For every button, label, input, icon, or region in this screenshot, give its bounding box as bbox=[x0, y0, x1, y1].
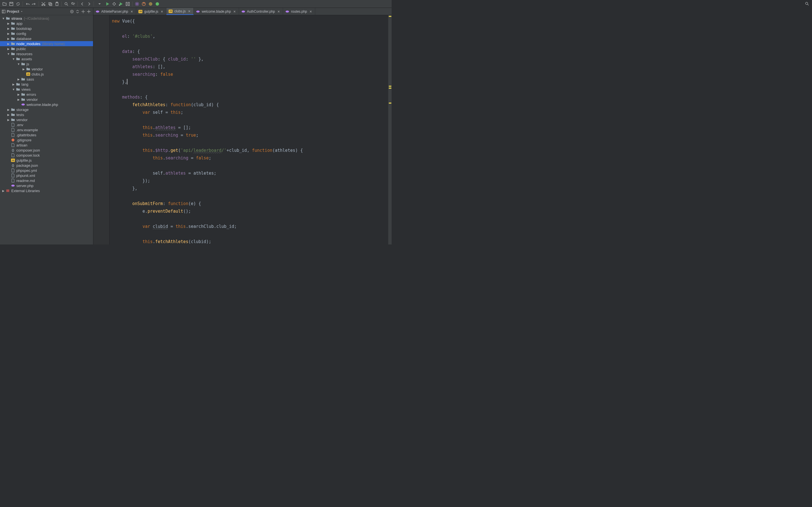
close-icon[interactable]: × bbox=[276, 9, 281, 14]
tree-item[interactable]: phpspec.yml bbox=[0, 168, 93, 173]
forward-icon[interactable] bbox=[86, 1, 92, 7]
paste-icon[interactable] bbox=[54, 1, 60, 7]
tree-item[interactable]: .env bbox=[0, 122, 93, 127]
warning-mark[interactable] bbox=[389, 16, 391, 17]
expand-arrow-icon[interactable] bbox=[16, 97, 21, 102]
external-libraries[interactable]: External Libraries bbox=[0, 188, 93, 193]
tree-item[interactable]: {}composer.json bbox=[0, 148, 93, 153]
scrollbar-marks[interactable] bbox=[388, 15, 392, 244]
warning-mark[interactable] bbox=[389, 86, 391, 87]
tree-item[interactable]: views bbox=[0, 87, 93, 92]
expand-arrow-icon[interactable] bbox=[1, 188, 6, 193]
expand-arrow-icon[interactable] bbox=[21, 67, 26, 71]
tree-item[interactable]: errors bbox=[0, 92, 93, 97]
tree-item[interactable]: bootstrap bbox=[0, 26, 93, 31]
tree-item[interactable]: vendor bbox=[0, 117, 93, 122]
copy-icon[interactable] bbox=[47, 1, 53, 7]
tree-item[interactable]: readme.md bbox=[0, 178, 93, 183]
cut-icon[interactable] bbox=[41, 1, 46, 7]
tree-item[interactable]: tests bbox=[0, 112, 93, 117]
expand-arrow-icon[interactable] bbox=[6, 21, 11, 25]
tree-item[interactable]: js bbox=[0, 61, 93, 66]
replace-icon[interactable] bbox=[70, 1, 76, 7]
expand-arrow-icon[interactable] bbox=[11, 82, 16, 87]
code-editor[interactable]: new Vue({ el: '#clubs', data: { searchCl… bbox=[93, 15, 392, 244]
tree-item[interactable]: database bbox=[0, 36, 93, 41]
close-icon[interactable]: × bbox=[160, 9, 164, 14]
open-icon[interactable] bbox=[2, 1, 7, 7]
expand-arrow-icon[interactable] bbox=[11, 57, 16, 61]
tree-item[interactable]: sass bbox=[0, 76, 93, 82]
close-icon[interactable]: × bbox=[130, 9, 134, 14]
hide-icon[interactable] bbox=[86, 9, 91, 14]
editor-gutter[interactable] bbox=[93, 15, 110, 244]
expand-arrow-icon[interactable] bbox=[6, 41, 11, 46]
expand-arrow-icon[interactable] bbox=[6, 36, 11, 41]
tree-item[interactable]: vendor bbox=[0, 66, 93, 71]
debug-icon[interactable] bbox=[111, 1, 117, 7]
close-icon[interactable]: × bbox=[187, 9, 191, 13]
tree-item[interactable]: lang bbox=[0, 82, 93, 87]
warning-mark[interactable] bbox=[389, 88, 391, 89]
project-tree[interactable]: strava (~/Code/strava) appbootstrapconfi… bbox=[0, 15, 93, 244]
tree-item[interactable]: app bbox=[0, 21, 93, 26]
expand-arrow-icon[interactable] bbox=[6, 52, 11, 56]
collapse-icon[interactable] bbox=[75, 9, 80, 14]
close-icon[interactable]: × bbox=[309, 9, 313, 14]
editor-tab[interactable]: JSgulpfile.js× bbox=[136, 8, 166, 15]
editor-tab[interactable]: routes.php× bbox=[283, 8, 315, 15]
expand-arrow-icon[interactable] bbox=[6, 112, 11, 117]
save-icon[interactable] bbox=[8, 1, 14, 7]
editor-tab[interactable]: AthleteParser.php× bbox=[93, 8, 136, 15]
tree-item[interactable]: vendor bbox=[0, 97, 93, 102]
expand-arrow-icon[interactable] bbox=[6, 107, 11, 112]
tree-item[interactable]: public bbox=[0, 46, 93, 51]
sync-icon[interactable] bbox=[15, 1, 21, 7]
tree-item[interactable]: server.php bbox=[0, 183, 93, 188]
tree-item[interactable]: {}package.json bbox=[0, 163, 93, 168]
back-icon[interactable] bbox=[80, 1, 85, 7]
tree-item[interactable]: config bbox=[0, 31, 93, 36]
tree-item[interactable]: node_modules(library home) bbox=[0, 41, 93, 46]
tree-item[interactable]: resources bbox=[0, 51, 93, 56]
expand-arrow-icon[interactable] bbox=[16, 77, 21, 81]
warning-mark[interactable] bbox=[389, 103, 391, 104]
tree-item[interactable]: assets bbox=[0, 56, 93, 61]
tree-item[interactable]: JSclubs.js bbox=[0, 71, 93, 76]
tree-item[interactable]: JSgulpfile.js bbox=[0, 158, 93, 163]
locate-icon[interactable] bbox=[69, 9, 74, 14]
find-icon[interactable] bbox=[63, 1, 69, 7]
tree-root[interactable]: strava (~/Code/strava) bbox=[0, 16, 93, 21]
redo-icon[interactable] bbox=[31, 1, 37, 7]
code-content[interactable]: new Vue({ el: '#clubs', data: { searchCl… bbox=[110, 15, 392, 244]
expand-arrow-icon[interactable] bbox=[6, 26, 11, 31]
tree-item[interactable]: artisan bbox=[0, 143, 93, 148]
editor-tab[interactable]: welcome.blade.php× bbox=[194, 8, 239, 15]
editor-tab[interactable]: JSclubs.js× bbox=[166, 8, 194, 15]
tree-item[interactable]: phpunit.xml bbox=[0, 173, 93, 178]
tree-item[interactable]: .gitattributes bbox=[0, 132, 93, 137]
run-icon[interactable] bbox=[105, 1, 110, 7]
expand-arrow-icon[interactable] bbox=[6, 47, 11, 51]
expand-arrow-icon[interactable] bbox=[11, 87, 16, 92]
expand-arrow-icon[interactable] bbox=[16, 92, 21, 97]
tree-item[interactable]: welcome.blade.php bbox=[0, 102, 93, 107]
tree-item[interactable]: .env.example bbox=[0, 127, 93, 132]
expand-arrow-icon[interactable] bbox=[16, 62, 21, 66]
expand-arrow-icon[interactable] bbox=[6, 31, 11, 36]
tree-item[interactable]: composer.lock bbox=[0, 153, 93, 158]
undo-icon[interactable] bbox=[24, 1, 30, 7]
tree-item[interactable]: .gitignore bbox=[0, 137, 93, 143]
gear-icon[interactable] bbox=[81, 9, 86, 14]
run-config-dropdown[interactable] bbox=[96, 1, 103, 7]
settings-icon[interactable] bbox=[134, 1, 140, 7]
profile-icon[interactable] bbox=[125, 1, 131, 7]
expand-arrow-icon[interactable] bbox=[6, 117, 11, 122]
new-ui-icon[interactable] bbox=[154, 1, 160, 7]
close-icon[interactable]: × bbox=[233, 9, 237, 14]
sidebar-title[interactable]: Project bbox=[2, 9, 23, 13]
expand-arrow-icon[interactable] bbox=[1, 16, 6, 20]
editor-tab[interactable]: AuthController.php× bbox=[239, 8, 283, 15]
ide-settings-icon[interactable] bbox=[148, 1, 153, 7]
help-icon[interactable] bbox=[141, 1, 147, 7]
